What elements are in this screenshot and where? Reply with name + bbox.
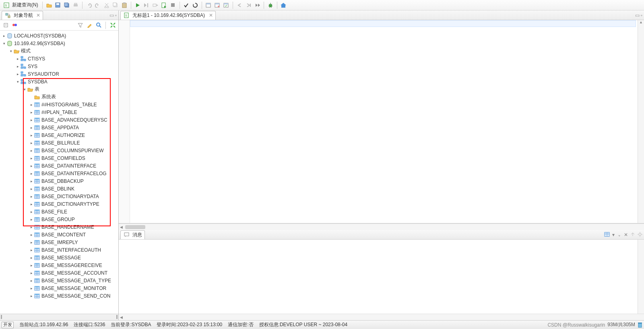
expand-arrow-icon[interactable]: ▸: [29, 149, 34, 153]
table-node[interactable]: ▸BASE_DICTIONARYTYPE: [0, 200, 118, 208]
expand-arrow-icon[interactable]: ▸: [29, 187, 34, 191]
clear-icon[interactable]: ✕: [624, 232, 628, 238]
object-nav-tab[interactable]: 对象导航 ✕: [2, 11, 43, 20]
expand-arrow-icon[interactable]: ▸: [29, 195, 34, 199]
expand-arrow-icon[interactable]: ▸: [29, 133, 34, 137]
table-node[interactable]: ▸BASE_AUTHORIZE: [0, 131, 118, 139]
dropdown-icon[interactable]: ▾: [612, 232, 615, 238]
expand-arrow-icon[interactable]: ▸: [29, 156, 34, 160]
table-node[interactable]: ▸BASE_MESSAGERECEIVE: [0, 261, 118, 269]
expand-arrow-icon[interactable]: ▸: [29, 263, 34, 267]
collapse-all-icon[interactable]: [2, 21, 10, 29]
search-icon[interactable]: [95, 21, 103, 29]
expand-arrow-icon[interactable]: ▸: [29, 240, 34, 244]
run-script-icon[interactable]: [160, 1, 168, 9]
copy-icon[interactable]: [111, 1, 120, 9]
db-node-localhost[interactable]: ▸LOCALHOST(SYSDBA): [0, 32, 118, 39]
run-step-icon[interactable]: [142, 1, 151, 9]
table-node[interactable]: ▸BASE_MESSAGE_ACCOUNT: [0, 269, 118, 277]
table-node[interactable]: ▸BASE_COLUMNSPURVIEW: [0, 147, 118, 154]
table-node[interactable]: ▸BASE_DBLINK: [0, 185, 118, 192]
trash-icon[interactable]: [638, 322, 642, 328]
edit-icon[interactable]: [85, 21, 93, 29]
left-horizontal-scrollbar[interactable]: [0, 314, 118, 320]
expand-arrow-icon[interactable]: ▸: [29, 164, 34, 168]
expand-arrow-icon[interactable]: ▸: [29, 225, 34, 229]
rollback-icon[interactable]: [191, 1, 199, 9]
table-node[interactable]: ▸BASE_MESSAGE_DATA_TYPE: [0, 277, 118, 284]
table-node[interactable]: ▸##PLAN_TABLE: [0, 108, 118, 116]
save-icon[interactable]: [54, 1, 62, 9]
expand-arrow-icon[interactable]: ▸: [29, 256, 34, 260]
expand-arrow-icon[interactable]: ▸: [29, 202, 34, 206]
editor-tab[interactable]: S 无标题1 - 10.169.42.96(SYSDBA) ✕: [120, 11, 216, 20]
calendar-icon[interactable]: [204, 1, 213, 9]
new-query-button[interactable]: S 新建查询(N): [2, 1, 40, 9]
editor-body[interactable]: [130, 20, 638, 223]
filter-icon[interactable]: [76, 21, 84, 29]
expand-arrow-icon[interactable]: ▸: [29, 294, 34, 298]
table-node[interactable]: ▸BASE_HANDLERNAME: [0, 223, 118, 231]
close-icon[interactable]: ✕: [36, 12, 40, 18]
close-icon[interactable]: ✕: [209, 12, 213, 18]
table-node[interactable]: ▸BASE_MESSAGE_MONITOR: [0, 284, 118, 292]
expand-arrow-icon[interactable]: ▸: [29, 103, 34, 107]
messages-tab[interactable]: 消息: [120, 230, 145, 239]
expand-arrow-icon[interactable]: ▸: [29, 179, 34, 183]
table-node[interactable]: ▸BASE_COMFIELDS: [0, 154, 118, 162]
table-node[interactable]: ▸BASE_DATAINTERFACELOG: [0, 170, 118, 177]
expand-arrow-icon[interactable]: ▸: [29, 210, 34, 214]
table-node[interactable]: ▸##HISTOGRAMS_TABLE: [0, 101, 118, 108]
paste-icon[interactable]: [120, 1, 128, 9]
table-node[interactable]: ▸BASE_BILLRULE: [0, 139, 118, 147]
expand-arrow-icon[interactable]: ▸: [29, 110, 34, 114]
table-node[interactable]: ▸BASE_FILE: [0, 208, 118, 215]
run-icon[interactable]: [134, 1, 142, 9]
table-node[interactable]: ▸BASE_DBBACKUP: [0, 177, 118, 185]
expand-arrow-icon[interactable]: ▸: [29, 141, 34, 145]
link-editor-icon[interactable]: [11, 21, 19, 29]
maximize-icon[interactable]: ▫: [641, 12, 642, 18]
table-node[interactable]: ▸BASE_DATAINTERFACE: [0, 162, 118, 170]
expand-arrow-icon[interactable]: ▸: [15, 57, 20, 61]
export-icon[interactable]: [630, 232, 635, 238]
expand-arrow-icon[interactable]: ▾: [8, 49, 13, 53]
open-icon[interactable]: [45, 1, 53, 9]
messages-vertical-scrollbar[interactable]: [638, 240, 644, 314]
schemas-folder[interactable]: ▾模式: [0, 47, 118, 55]
settings-icon[interactable]: [638, 232, 642, 238]
grid-mode-icon[interactable]: [604, 232, 610, 238]
print-icon[interactable]: [72, 1, 80, 9]
expand-arrow-icon[interactable]: ▸: [29, 233, 34, 237]
tree-view[interactable]: ▸LOCALHOST(SYSDBA)▾10.169.42.96(SYSDBA)▾…: [0, 31, 118, 314]
table-node[interactable]: ▸BASE_ADVANCEDQUERYSC: [0, 116, 118, 124]
expand-arrow-icon[interactable]: ▸: [29, 126, 34, 130]
minimize-icon[interactable]: ▭: [109, 12, 114, 18]
debug-icon[interactable]: [266, 1, 275, 9]
expand-arrow-icon[interactable]: ▸: [29, 279, 34, 283]
expand-arrow-icon[interactable]: ▸: [15, 72, 20, 76]
expand-icon[interactable]: [109, 21, 117, 29]
redo-icon[interactable]: [94, 1, 102, 9]
schema-node[interactable]: ▸SYS: [0, 62, 118, 70]
expand-arrow-icon[interactable]: ▸: [2, 34, 6, 38]
table-node[interactable]: ▸BASE_MESSAGE: [0, 254, 118, 261]
expand-arrow-icon[interactable]: ▾: [2, 41, 6, 46]
commit-icon[interactable]: [182, 1, 190, 9]
pin-icon[interactable]: [617, 232, 621, 238]
run-selection-icon[interactable]: [151, 1, 159, 9]
editor-vertical-scrollbar[interactable]: ▲: [638, 20, 644, 223]
expand-arrow-icon[interactable]: ▸: [29, 271, 34, 275]
expand-arrow-icon[interactable]: ▸: [29, 217, 34, 221]
cut-icon[interactable]: [103, 1, 111, 9]
nav-fwd-icon[interactable]: [244, 1, 252, 9]
expand-arrow-icon[interactable]: ▸: [29, 172, 34, 176]
home-icon[interactable]: [280, 1, 288, 9]
restore-icon[interactable]: ▫: [115, 12, 117, 18]
table-node[interactable]: ▸BASE_INTERFACEOAUTH: [0, 246, 118, 254]
expand-arrow-icon[interactable]: ▸: [29, 286, 34, 290]
db-node-remote[interactable]: ▾10.169.42.96(SYSDBA): [0, 39, 118, 47]
table-node[interactable]: ▸BASE_IMCONTENT: [0, 231, 118, 238]
table-node[interactable]: ▸BASE_IMREPLY: [0, 238, 118, 246]
table-node[interactable]: ▸BASE_GROUP: [0, 215, 118, 223]
